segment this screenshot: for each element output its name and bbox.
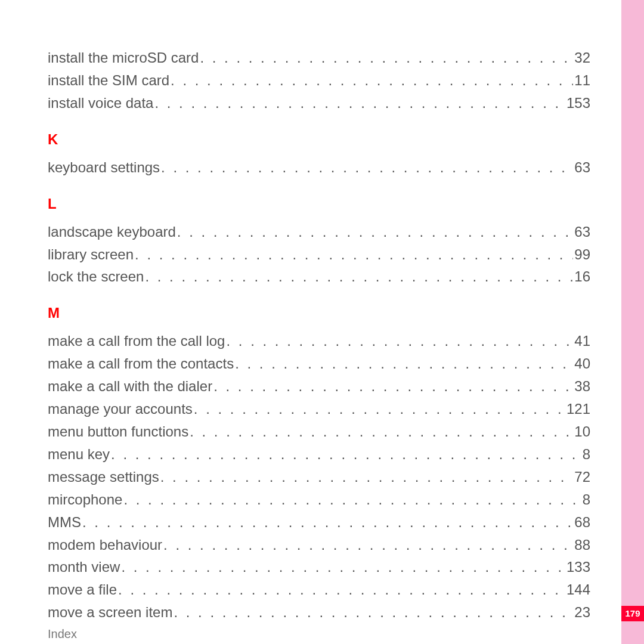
index-entry-page: 10 [574, 420, 590, 443]
side-strip [621, 0, 644, 644]
leader-dots [200, 47, 573, 69]
index-entry-page: 144 [566, 578, 590, 601]
leader-dots [135, 243, 573, 266]
index-row[interactable]: install the SIM card11 [48, 69, 590, 92]
index-row[interactable]: menu key8 [48, 443, 590, 466]
index-row[interactable]: library screen99 [48, 243, 590, 266]
index-entry-label: make a call from the call log [48, 330, 225, 352]
index-row[interactable]: manage your accounts121 [48, 398, 590, 420]
leader-dots [82, 511, 573, 534]
leader-dots [177, 221, 573, 243]
index-entry-label: manage your accounts [48, 398, 193, 420]
index-row[interactable]: install voice data153 [48, 92, 590, 114]
leader-dots [121, 556, 565, 578]
index-entry-label: month view [48, 556, 120, 578]
leader-dots [118, 578, 565, 601]
leader-dots [226, 330, 573, 352]
footer-label: Index [48, 627, 590, 641]
index-entry-page: 72 [574, 466, 590, 488]
index-entry-page: 23 [574, 601, 590, 624]
index-content: install the microSD card32install the SI… [48, 47, 590, 641]
index-entry-page: 68 [574, 511, 590, 534]
index-entry-page: 99 [574, 243, 590, 266]
index-entry-label: modem behaviour [48, 534, 162, 556]
index-entry-page: 11 [574, 69, 590, 92]
index-entry-label: move a file [48, 578, 117, 601]
index-row[interactable]: landscape keyboard63 [48, 221, 590, 243]
index-entry-label: install the SIM card [48, 69, 169, 92]
leader-dots [235, 352, 573, 375]
index-entry-page: 63 [574, 221, 590, 243]
index-entry-label: lock the screen [48, 265, 144, 288]
index-entry-page: 8 [583, 443, 590, 466]
leader-dots [190, 420, 573, 443]
index-entry-page: 38 [574, 375, 590, 398]
index-entry-label: install the microSD card [48, 47, 199, 69]
index-row[interactable]: make a call from the contacts40 [48, 352, 590, 375]
index-entry-label: MMS [48, 511, 81, 534]
index-row[interactable]: install the microSD card32 [48, 47, 590, 69]
index-entry-page: 40 [574, 352, 590, 375]
index-entry-page: 88 [574, 534, 590, 556]
index-row[interactable]: menu button functions10 [48, 420, 590, 443]
index-entry-label: make a call with the dialer [48, 375, 212, 398]
leader-dots [161, 156, 573, 179]
index-row[interactable]: lock the screen16 [48, 265, 590, 288]
index-row[interactable]: message settings72 [48, 466, 590, 488]
index-row[interactable]: MMS68 [48, 511, 590, 534]
leader-dots [174, 601, 573, 624]
leader-dots [213, 375, 573, 398]
index-entry-label: make a call from the contacts [48, 352, 234, 375]
leader-dots [163, 534, 573, 556]
index-entry-label: menu button functions [48, 420, 188, 443]
index-entry-page: 32 [574, 47, 590, 69]
section-letter: K [48, 131, 590, 148]
index-entry-page: 153 [566, 92, 590, 114]
index-row[interactable]: make a call from the call log41 [48, 330, 590, 352]
index-row[interactable]: mircophone8 [48, 488, 590, 511]
index-entry-page: 63 [574, 156, 590, 179]
index-entry-page: 41 [574, 330, 590, 352]
index-entry-page: 16 [574, 265, 590, 288]
index-row[interactable]: move a screen item23 [48, 601, 590, 624]
leader-dots [154, 92, 565, 114]
index-entry-label: library screen [48, 243, 134, 266]
index-row[interactable]: make a call with the dialer38 [48, 375, 590, 398]
leader-dots [123, 488, 581, 511]
index-entry-page: 133 [566, 556, 590, 578]
index-entry-label: message settings [48, 466, 159, 488]
index-row[interactable]: move a file144 [48, 578, 590, 601]
leader-dots [171, 69, 573, 92]
index-row[interactable]: keyboard settings63 [48, 156, 590, 179]
index-row[interactable]: modem behaviour88 [48, 534, 590, 556]
index-row[interactable]: month view133 [48, 556, 590, 578]
index-entry-label: keyboard settings [48, 156, 160, 179]
index-entry-label: landscape keyboard [48, 221, 176, 243]
index-entry-page: 8 [583, 488, 590, 511]
leader-dots [194, 398, 565, 420]
index-entry-label: menu key [48, 443, 110, 466]
page-number-badge: 179 [621, 606, 644, 621]
section-letter: L [48, 196, 590, 212]
section-letter: M [48, 305, 590, 321]
index-entry-page: 121 [566, 398, 590, 420]
leader-dots [111, 443, 581, 466]
index-entry-label: move a screen item [48, 601, 172, 624]
index-entry-label: mircophone [48, 488, 122, 511]
index-entry-label: install voice data [48, 92, 153, 114]
leader-dots [145, 265, 573, 288]
leader-dots [160, 466, 574, 488]
